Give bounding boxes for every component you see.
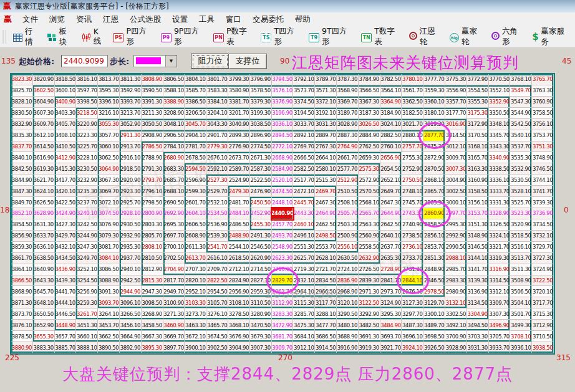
matrix-cell[interactable]: 2709.70 <box>206 264 228 275</box>
matrix-cell[interactable]: 2805.70 <box>142 231 163 242</box>
matrix-cell[interactable]: 3604.90 <box>33 97 55 108</box>
matrix-cell[interactable]: 3230.50 <box>76 163 98 174</box>
matrix-cell[interactable]: 3247.30 <box>76 242 98 253</box>
matrix-cell[interactable]: 2853.70 <box>423 242 445 253</box>
matrix-cell[interactable]: 2503.30 <box>337 219 359 231</box>
matrix-cell[interactable]: 3355.30 <box>467 97 489 108</box>
matrix-cell[interactable]: 2832.10 <box>293 275 315 287</box>
matrix-cell[interactable]: 3847.30 <box>11 186 33 197</box>
matrix-cell[interactable]: 3816.10 <box>76 74 98 85</box>
matrix-cell[interactable]: 2995.30 <box>445 219 467 231</box>
matrix-cell[interactable]: 2570.50 <box>359 186 380 197</box>
matrix-cell[interactable]: 2551.30 <box>293 242 315 253</box>
matrix-cell[interactable]: 3400.90 <box>55 97 77 108</box>
matrix-cell[interactable]: 2719.30 <box>293 264 315 275</box>
matrix-cell[interactable]: 2448.10 <box>272 197 294 208</box>
matrix-cell[interactable]: 2935.30 <box>120 242 142 253</box>
matrix-cell[interactable]: 3036.10 <box>272 119 294 130</box>
matrix-cell[interactable]: 3252.10 <box>76 264 98 275</box>
matrix-cell[interactable]: 2668.90 <box>272 152 294 163</box>
matrix-cell[interactable]: 3115.30 <box>293 297 315 308</box>
matrix-cell[interactable]: 2827.30 <box>250 275 272 287</box>
matrix-cell[interactable]: 2505.70 <box>337 208 359 219</box>
matrix-cell[interactable]: 3890.50 <box>98 342 120 353</box>
matrix-cell[interactable]: 2584.90 <box>272 163 294 174</box>
matrix-cell[interactable]: 2541.70 <box>206 242 228 253</box>
matrix-cell[interactable]: 2649.70 <box>380 186 402 197</box>
matrix-cell[interactable]: 2841.70 <box>380 275 402 287</box>
matrix-cell[interactable]: 3556.90 <box>445 85 467 97</box>
matrix-cell[interactable]: 3571.30 <box>315 85 337 97</box>
toolbar-button-赢家轮[interactable]: Big赢家轮 <box>446 26 488 47</box>
matrix-cell[interactable]: 3112.90 <box>272 297 294 308</box>
matrix-cell[interactable]: 2973.70 <box>380 286 402 297</box>
matrix-cell[interactable]: 2544.10 <box>228 242 250 253</box>
matrix-cell[interactable]: 3064.90 <box>98 163 120 174</box>
matrix-cell[interactable]: 2822.50 <box>206 275 228 287</box>
toolbar-button-板块[interactable]: 板块 <box>44 26 78 47</box>
matrix-cell[interactable]: 3076.90 <box>98 219 120 231</box>
matrix-cell[interactable]: 3561.70 <box>402 85 423 97</box>
matrix-cell[interactable]: 3852.10 <box>11 208 33 219</box>
matrix-cell[interactable]: 3523.30 <box>510 208 532 219</box>
matrix-cell[interactable]: 3331.30 <box>489 197 511 208</box>
matrix-cell[interactable]: 3446.50 <box>55 308 77 320</box>
matrix-cell[interactable]: 3775.30 <box>445 74 467 85</box>
matrix-cell[interactable]: 2524.90 <box>228 174 250 186</box>
matrix-cell[interactable]: 3592.90 <box>120 85 142 97</box>
matrix-cell[interactable]: 2704.90 <box>163 264 185 275</box>
matrix-cell[interactable]: 3607.30 <box>33 108 55 119</box>
matrix-cell[interactable]: 3734.50 <box>532 219 554 231</box>
matrix-cell[interactable]: 3249.70 <box>76 253 98 264</box>
matrix-cell[interactable]: 3429.70 <box>55 231 77 242</box>
matrix-cell[interactable]: 3820.90 <box>33 74 55 85</box>
matrix-cell[interactable]: 3326.50 <box>489 219 511 231</box>
matrix-cell[interactable]: 3484.90 <box>380 320 402 331</box>
matrix-cell[interactable]: 3916.90 <box>337 342 359 353</box>
matrix-cell[interactable]: 3465.70 <box>206 320 228 331</box>
matrix-cell[interactable]: 3900.10 <box>185 342 206 353</box>
matrix-cell[interactable]: 2836.90 <box>337 275 359 287</box>
toolbar-button-T四方形[interactable]: TST四方形 <box>257 26 305 47</box>
matrix-cell[interactable]: 3180.10 <box>423 108 445 119</box>
matrix-cell[interactable]: 2440.90 <box>272 208 294 219</box>
matrix-cell[interactable]: 3124.90 <box>380 297 402 308</box>
matrix-cell[interactable]: 3568.90 <box>337 85 359 97</box>
matrix-cell[interactable]: 3552.10 <box>489 85 511 97</box>
matrix-cell[interactable]: 3792.10 <box>293 74 315 85</box>
matrix-cell[interactable]: 3144.10 <box>467 253 489 264</box>
matrix-cell[interactable]: 2599.30 <box>185 186 206 197</box>
matrix-cell[interactable]: 2808.10 <box>142 242 163 253</box>
matrix-cell[interactable]: 3218.50 <box>76 108 98 119</box>
matrix-cell[interactable]: 2721.70 <box>315 264 337 275</box>
matrix-cell[interactable]: 2834.50 <box>315 275 337 287</box>
matrix-cell[interactable]: 3780.10 <box>402 74 423 85</box>
matrix-cell[interactable]: 2968.90 <box>337 286 359 297</box>
matrix-cell[interactable]: 2839.30 <box>359 275 380 287</box>
matrix-cell[interactable]: 3520.90 <box>510 219 532 231</box>
matrix-cell[interactable]: 3756.10 <box>532 119 554 130</box>
matrix-cell[interactable]: 3264.10 <box>98 308 120 320</box>
matrix-cell[interactable]: 3729.70 <box>532 242 554 253</box>
matrix-cell[interactable]: 3693.70 <box>380 331 402 342</box>
matrix-cell[interactable]: 3580.90 <box>228 85 250 97</box>
matrix-cell[interactable]: 3919.30 <box>359 342 380 353</box>
matrix-cell[interactable]: 3172.90 <box>467 119 489 130</box>
matrix-cell[interactable]: 3376.90 <box>272 97 294 108</box>
matrix-cell[interactable]: 3880.90 <box>11 342 33 353</box>
matrix-cell[interactable]: 2642.50 <box>380 219 402 231</box>
matrix-cell[interactable]: 3052.90 <box>120 119 142 130</box>
matrix-cell[interactable]: 2484.10 <box>228 208 250 219</box>
menu-item-工具[interactable]: 工具 <box>193 13 220 26</box>
matrix-cell[interactable]: 2496.10 <box>293 231 315 242</box>
matrix-cell[interactable]: 3626.50 <box>33 197 55 208</box>
matrix-cell[interactable]: 2500.90 <box>337 231 359 242</box>
matrix-cell[interactable]: 3266.50 <box>120 308 142 320</box>
matrix-cell[interactable]: 3902.50 <box>206 342 228 353</box>
matrix-cell[interactable]: 3364.90 <box>380 97 402 108</box>
matrix-cell[interactable]: 3273.70 <box>185 308 206 320</box>
matrix-cell[interactable]: 3782.50 <box>380 74 402 85</box>
matrix-cell[interactable]: 3199.30 <box>250 108 272 119</box>
matrix-cell[interactable]: 3871.30 <box>11 297 33 308</box>
matrix-cell[interactable]: 3652.90 <box>33 320 55 331</box>
